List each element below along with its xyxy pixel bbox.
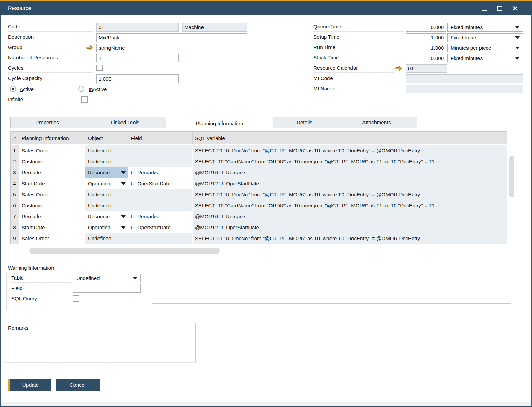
update-button[interactable]: Update [8, 379, 51, 391]
planning-table-body: 1Sales OrderUndefinedSELECT T0."U_DocNo"… [11, 145, 507, 244]
row-number-cell-text: 6 [13, 202, 16, 208]
planning-info-cell[interactable]: Customer [19, 156, 85, 167]
tab-linked-tools[interactable]: Linked Tools [84, 117, 166, 128]
sql-variable-cell-text: @MOR16.U_Remarks [195, 170, 246, 175]
row-number-cell-text: 9 [13, 235, 16, 241]
planning-info-cell-text: Start Date [22, 181, 45, 186]
planning-info-cell[interactable]: Sales Order [19, 145, 85, 156]
status-strip [1, 402, 531, 406]
stock-time-unit-select[interactable]: Fixed minutes [447, 54, 523, 62]
setup-time-unit-value: Fixed hours [451, 35, 477, 40]
object-cell-text: Undefined [88, 148, 111, 153]
cycles-checkbox[interactable] [96, 65, 103, 71]
run-time-unit-select[interactable]: Minutes per piece [447, 44, 523, 52]
planning-info-cell[interactable]: Remarks [19, 167, 85, 178]
field-cell[interactable]: U_OperStartDate [128, 222, 193, 233]
object-cell-text: Undefined [88, 202, 111, 208]
planning-info-cell[interactable]: Start Date [19, 222, 85, 233]
resource-window: Resource ✕ Code Description Group Number… [0, 0, 532, 407]
object-cell[interactable]: Resource [85, 167, 128, 178]
object-cell: Undefined [85, 233, 128, 244]
group-input[interactable] [96, 44, 247, 52]
object-cell[interactable]: Resource [85, 211, 128, 222]
planning-info-cell[interactable]: Start Date [19, 178, 85, 189]
field-cell[interactable]: U_Remarks [128, 167, 193, 178]
sql-variable-cell: @MOR12.U_OperStartDate [193, 222, 507, 233]
run-time-input[interactable] [406, 44, 446, 52]
row-number-cell: 7 [11, 211, 19, 222]
row-number-cell-text: 5 [13, 191, 16, 197]
stock-time-input[interactable] [406, 54, 446, 62]
warning-note-textarea[interactable] [152, 274, 511, 304]
minimize-icon[interactable] [481, 5, 487, 11]
queue-time-unit-select[interactable]: Fixed minutes [447, 23, 523, 32]
maximize-icon[interactable] [497, 5, 503, 11]
row-number-cell-text: 8 [13, 224, 16, 230]
mi-code-label: MI Code [313, 74, 404, 83]
planning-info-cell[interactable]: Customer [19, 200, 85, 211]
active-radio[interactable] [10, 86, 16, 92]
mi-code-input [406, 74, 523, 83]
table-row: 6CustomerUndefinedSELECT T0."CardName" f… [11, 200, 507, 211]
row-number-cell: 3 [11, 167, 19, 178]
number-of-resources-label: Number of Resources [8, 54, 93, 62]
cycle-capacity-input[interactable] [96, 74, 179, 83]
tab-attachments[interactable]: Attachments [336, 117, 417, 128]
col-header-sql-variable: SQL Variable [193, 132, 507, 144]
link-arrow-icon[interactable] [395, 66, 403, 71]
inactive-radio[interactable] [78, 86, 84, 92]
sql-variable-cell-text: SELECT T0."CardName" from "ORDR" as T0 i… [195, 159, 435, 164]
object-cell-text: Undefined [88, 159, 111, 164]
sql-variable-cell-text: SELECT T0."U_DocNo" from "@CT_PF_MOR6" a… [195, 235, 420, 241]
row-number-cell: 5 [11, 189, 19, 200]
field-cell[interactable]: U_Remarks [128, 211, 193, 222]
setup-time-input[interactable] [406, 33, 446, 42]
tab-properties[interactable]: Properties [10, 117, 84, 128]
planning-info-cell-text: Customer [22, 202, 44, 208]
stock-time-label: Stock Time [313, 54, 404, 62]
table-row: 7RemarksResourceU_Remarks@MOR16.U_Remark… [11, 211, 507, 222]
dropdown-arrow-icon [121, 171, 126, 174]
object-cell[interactable]: Operation [85, 178, 128, 189]
resource-calendar-label: Resource Calendar [313, 64, 394, 73]
field-cell[interactable]: U_OperStartDate [128, 178, 193, 189]
sql-variable-cell: SELECT T0."CardName" from "ORDR" as T0 i… [193, 200, 507, 211]
stock-time-unit-value: Fixed minutes [451, 55, 483, 61]
setup-time-unit-select[interactable]: Fixed hours [447, 33, 523, 42]
vertical-scrollbar-thumb[interactable] [509, 156, 514, 197]
run-time-unit-value: Minutes per piece [451, 45, 491, 51]
object-cell-text: Operation [88, 181, 111, 186]
remarks-label: Remarks [8, 324, 77, 333]
planning-info-cell[interactable]: Sales Order [19, 233, 85, 244]
object-cell[interactable]: Operation [85, 222, 128, 233]
infinite-checkbox[interactable] [81, 96, 88, 103]
run-time-label: Run Time [313, 43, 404, 52]
remarks-textarea[interactable] [97, 323, 196, 363]
planning-info-cell-text: Sales Order [22, 235, 49, 241]
row-number-cell-text: 3 [13, 170, 16, 175]
table-row: 5Sales OrderUndefinedSELECT T0."U_DocNo"… [11, 189, 507, 200]
queue-time-label: Queue Time [313, 23, 404, 32]
tab-planning-information[interactable]: Planning Information [166, 117, 273, 129]
cancel-button[interactable]: Cancel [56, 379, 100, 391]
link-arrow-icon[interactable] [86, 45, 94, 50]
object-cell: Undefined [85, 145, 128, 156]
planning-info-cell[interactable]: Sales Order [19, 189, 85, 200]
description-input[interactable] [96, 33, 247, 42]
tab-details[interactable]: Details [273, 117, 336, 128]
planning-info-cell[interactable]: Remarks [19, 211, 85, 222]
planning-info-cell-text: Customer [22, 159, 44, 164]
queue-time-input[interactable] [406, 23, 446, 32]
sql-variable-cell: SELECT T0."U_DocNo" from "@CT_PF_MOR6" a… [193, 189, 507, 200]
close-icon[interactable]: ✕ [512, 5, 518, 11]
number-of-resources-input[interactable] [96, 54, 179, 62]
sql-variable-cell-text: SELECT T0."U_DocNo" from "@CT_PF_MOR6" a… [195, 191, 420, 197]
warning-table-select[interactable]: Undefined [73, 274, 141, 282]
col-header-planning-information: Planning Information [19, 132, 85, 144]
sql-variable-cell-text: SELECT T0."CardName" from "ORDR" as T0 i… [195, 202, 435, 208]
mi-name-label: MI Name [313, 84, 404, 93]
active-mnemonic: A [20, 86, 23, 92]
sql-query-checkbox[interactable] [73, 295, 79, 302]
horizontal-scrollbar-thumb[interactable] [29, 248, 220, 254]
warning-field-input[interactable] [73, 284, 141, 293]
